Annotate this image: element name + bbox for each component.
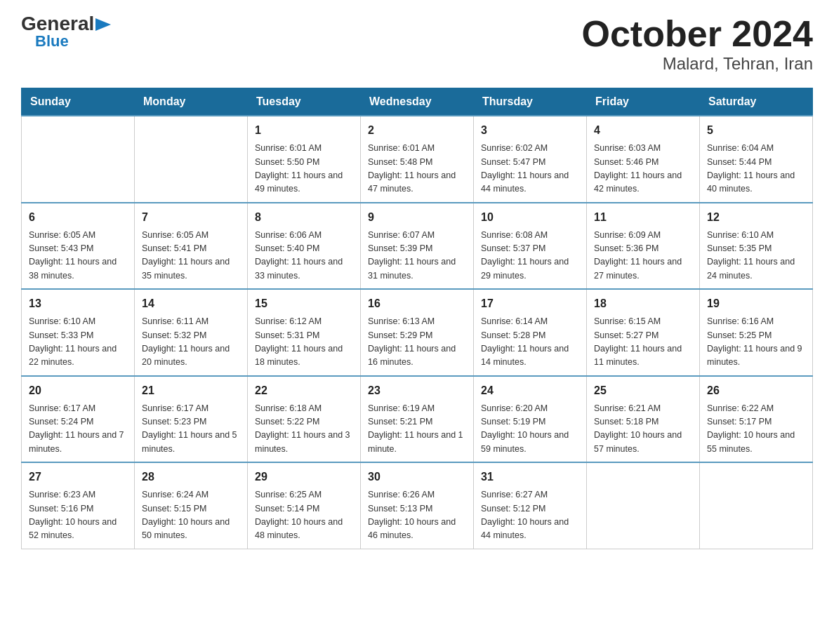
calendar-cell: 20Sunrise: 6:17 AM Sunset: 5:24 PM Dayli…: [22, 376, 135, 463]
calendar-week-row: 20Sunrise: 6:17 AM Sunset: 5:24 PM Dayli…: [22, 376, 813, 463]
calendar-week-row: 13Sunrise: 6:10 AM Sunset: 5:33 PM Dayli…: [22, 289, 813, 376]
day-info: Sunrise: 6:26 AM Sunset: 5:13 PM Dayligh…: [368, 488, 466, 543]
calendar-header-row: SundayMondayTuesdayWednesdayThursdayFrid…: [22, 88, 813, 116]
calendar-cell: 29Sunrise: 6:25 AM Sunset: 5:14 PM Dayli…: [248, 462, 361, 549]
day-number: 10: [481, 209, 579, 226]
calendar-cell: 4Sunrise: 6:03 AM Sunset: 5:46 PM Daylig…: [587, 116, 700, 203]
day-info: Sunrise: 6:05 AM Sunset: 5:43 PM Dayligh…: [29, 229, 127, 283]
day-info: Sunrise: 6:09 AM Sunset: 5:36 PM Dayligh…: [594, 229, 692, 283]
day-number: 17: [481, 295, 579, 312]
day-number: 23: [368, 382, 466, 399]
day-info: Sunrise: 6:13 AM Sunset: 5:29 PM Dayligh…: [368, 315, 466, 370]
day-number: 9: [368, 209, 466, 226]
calendar-cell: 28Sunrise: 6:24 AM Sunset: 5:15 PM Dayli…: [135, 462, 248, 549]
calendar-cell: 17Sunrise: 6:14 AM Sunset: 5:28 PM Dayli…: [474, 289, 587, 376]
day-number: 31: [481, 469, 579, 485]
day-number: 13: [29, 295, 127, 312]
calendar-cell: 26Sunrise: 6:22 AM Sunset: 5:17 PM Dayli…: [700, 376, 813, 463]
title-block: October 2024 Malard, Tehran, Iran: [582, 14, 814, 74]
day-number: 30: [368, 469, 466, 485]
calendar-cell: 24Sunrise: 6:20 AM Sunset: 5:19 PM Dayli…: [474, 376, 587, 463]
calendar-cell: 9Sunrise: 6:07 AM Sunset: 5:39 PM Daylig…: [361, 203, 474, 290]
day-info: Sunrise: 6:10 AM Sunset: 5:33 PM Dayligh…: [29, 315, 127, 370]
day-number: 27: [29, 469, 127, 485]
day-number: 29: [255, 469, 353, 485]
day-info: Sunrise: 6:07 AM Sunset: 5:39 PM Dayligh…: [368, 229, 466, 283]
weekday-header-tuesday: Tuesday: [248, 88, 361, 116]
calendar-cell: 16Sunrise: 6:13 AM Sunset: 5:29 PM Dayli…: [361, 289, 474, 376]
day-info: Sunrise: 6:17 AM Sunset: 5:24 PM Dayligh…: [29, 402, 127, 457]
day-info: Sunrise: 6:25 AM Sunset: 5:14 PM Dayligh…: [255, 488, 353, 543]
day-number: 24: [481, 382, 579, 399]
day-info: Sunrise: 6:10 AM Sunset: 5:35 PM Dayligh…: [707, 229, 805, 283]
location-title: Malard, Tehran, Iran: [582, 54, 814, 74]
calendar-cell: 12Sunrise: 6:10 AM Sunset: 5:35 PM Dayli…: [700, 203, 813, 290]
calendar-cell: 10Sunrise: 6:08 AM Sunset: 5:37 PM Dayli…: [474, 203, 587, 290]
day-info: Sunrise: 6:02 AM Sunset: 5:47 PM Dayligh…: [481, 142, 579, 196]
calendar-cell: [22, 116, 135, 203]
calendar-cell: 13Sunrise: 6:10 AM Sunset: 5:33 PM Dayli…: [22, 289, 135, 376]
day-number: 1: [255, 122, 353, 139]
logo-arrow-icon: [95, 18, 111, 31]
day-info: Sunrise: 6:20 AM Sunset: 5:19 PM Dayligh…: [481, 402, 579, 457]
calendar-cell: 31Sunrise: 6:27 AM Sunset: 5:12 PM Dayli…: [474, 462, 587, 549]
calendar-table: SundayMondayTuesdayWednesdayThursdayFrid…: [21, 88, 813, 549]
day-number: 3: [481, 122, 579, 139]
day-number: 28: [142, 469, 240, 485]
weekday-header-friday: Friday: [587, 88, 700, 116]
weekday-header-sunday: Sunday: [22, 88, 135, 116]
calendar-cell: 1Sunrise: 6:01 AM Sunset: 5:50 PM Daylig…: [248, 116, 361, 203]
day-info: Sunrise: 6:19 AM Sunset: 5:21 PM Dayligh…: [368, 402, 466, 457]
day-info: Sunrise: 6:16 AM Sunset: 5:25 PM Dayligh…: [707, 315, 805, 370]
day-number: 7: [142, 209, 240, 226]
day-info: Sunrise: 6:22 AM Sunset: 5:17 PM Dayligh…: [707, 402, 805, 457]
page-header: General Blue October 2024 Malard, Tehran…: [21, 14, 813, 74]
day-info: Sunrise: 6:01 AM Sunset: 5:50 PM Dayligh…: [255, 142, 353, 196]
calendar-week-row: 27Sunrise: 6:23 AM Sunset: 5:16 PM Dayli…: [22, 462, 813, 549]
calendar-cell: 8Sunrise: 6:06 AM Sunset: 5:40 PM Daylig…: [248, 203, 361, 290]
calendar-cell: 2Sunrise: 6:01 AM Sunset: 5:48 PM Daylig…: [361, 116, 474, 203]
logo-blue-text: Blue: [35, 34, 69, 49]
calendar-cell: 22Sunrise: 6:18 AM Sunset: 5:22 PM Dayli…: [248, 376, 361, 463]
calendar-cell: 7Sunrise: 6:05 AM Sunset: 5:41 PM Daylig…: [135, 203, 248, 290]
day-info: Sunrise: 6:06 AM Sunset: 5:40 PM Dayligh…: [255, 229, 353, 283]
svg-marker-0: [95, 18, 111, 31]
weekday-header-thursday: Thursday: [474, 88, 587, 116]
day-info: Sunrise: 6:21 AM Sunset: 5:18 PM Dayligh…: [594, 402, 692, 457]
day-number: 15: [255, 295, 353, 312]
calendar-cell: 19Sunrise: 6:16 AM Sunset: 5:25 PM Dayli…: [700, 289, 813, 376]
day-number: 25: [594, 382, 692, 399]
day-info: Sunrise: 6:24 AM Sunset: 5:15 PM Dayligh…: [142, 488, 240, 543]
day-number: 19: [707, 295, 805, 312]
calendar-cell: 21Sunrise: 6:17 AM Sunset: 5:23 PM Dayli…: [135, 376, 248, 463]
day-info: Sunrise: 6:14 AM Sunset: 5:28 PM Dayligh…: [481, 315, 579, 370]
day-number: 2: [368, 122, 466, 139]
day-number: 21: [142, 382, 240, 399]
day-info: Sunrise: 6:18 AM Sunset: 5:22 PM Dayligh…: [255, 402, 353, 457]
day-info: Sunrise: 6:17 AM Sunset: 5:23 PM Dayligh…: [142, 402, 240, 457]
calendar-cell: 11Sunrise: 6:09 AM Sunset: 5:36 PM Dayli…: [587, 203, 700, 290]
day-info: Sunrise: 6:15 AM Sunset: 5:27 PM Dayligh…: [594, 315, 692, 370]
day-number: 11: [594, 209, 692, 226]
day-info: Sunrise: 6:03 AM Sunset: 5:46 PM Dayligh…: [594, 142, 692, 196]
day-info: Sunrise: 6:08 AM Sunset: 5:37 PM Dayligh…: [481, 229, 579, 283]
day-number: 8: [255, 209, 353, 226]
logo: General Blue: [21, 14, 111, 49]
month-title: October 2024: [582, 14, 814, 54]
day-number: 14: [142, 295, 240, 312]
calendar-cell: 27Sunrise: 6:23 AM Sunset: 5:16 PM Dayli…: [22, 462, 135, 549]
calendar-cell: 14Sunrise: 6:11 AM Sunset: 5:32 PM Dayli…: [135, 289, 248, 376]
day-number: 22: [255, 382, 353, 399]
calendar-cell: 3Sunrise: 6:02 AM Sunset: 5:47 PM Daylig…: [474, 116, 587, 203]
day-info: Sunrise: 6:12 AM Sunset: 5:31 PM Dayligh…: [255, 315, 353, 370]
calendar-cell: 5Sunrise: 6:04 AM Sunset: 5:44 PM Daylig…: [700, 116, 813, 203]
day-number: 6: [29, 209, 127, 226]
day-info: Sunrise: 6:27 AM Sunset: 5:12 PM Dayligh…: [481, 488, 579, 543]
day-number: 16: [368, 295, 466, 312]
day-number: 4: [594, 122, 692, 139]
day-number: 12: [707, 209, 805, 226]
day-number: 5: [707, 122, 805, 139]
calendar-week-row: 6Sunrise: 6:05 AM Sunset: 5:43 PM Daylig…: [22, 203, 813, 290]
calendar-cell: 6Sunrise: 6:05 AM Sunset: 5:43 PM Daylig…: [22, 203, 135, 290]
day-info: Sunrise: 6:11 AM Sunset: 5:32 PM Dayligh…: [142, 315, 240, 370]
